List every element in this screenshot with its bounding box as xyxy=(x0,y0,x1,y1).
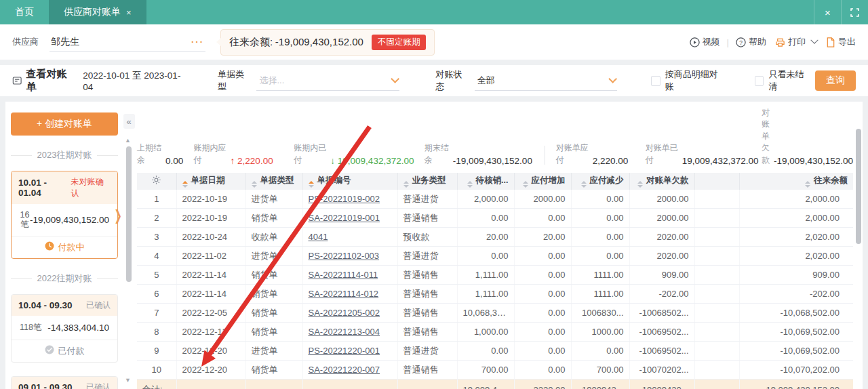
close-icon[interactable]: × xyxy=(814,0,841,24)
col-header-doc-type[interactable]: 单据类型 xyxy=(245,173,302,190)
cell-num: 3 xyxy=(137,228,176,247)
sort-icon[interactable] xyxy=(467,181,473,188)
cell-date: 2022-10-19 xyxy=(176,190,245,209)
table-row[interactable]: 42022-11-02进货单PS-20221102-003普通进货0.000.0… xyxy=(137,247,853,266)
table-row[interactable]: 22022-10-19销货单SA-20221019-001普通销售0.000.0… xyxy=(137,209,853,228)
cell-filler xyxy=(694,380,739,389)
cell-owe: -202.00 xyxy=(629,285,694,304)
export-link[interactable]: 导出 xyxy=(826,36,856,48)
supplier-name: 邹先生 xyxy=(51,36,79,48)
cell-date: 2022-12-20 xyxy=(176,361,245,380)
col-header-statement-owed[interactable]: 对账单欠款 xyxy=(629,173,694,190)
sort-icon[interactable] xyxy=(637,181,643,188)
print-link[interactable]: 打印 xyxy=(775,36,806,48)
sidebar-section-title: 2023往期对账 xyxy=(11,149,118,161)
fullscreen-icon[interactable] xyxy=(841,0,868,24)
table-row[interactable]: 32022-10-24收款单4041预收款20.0020.000.002020.… xyxy=(137,228,853,247)
cell-filler xyxy=(694,228,739,247)
checkbox-icon xyxy=(651,76,660,86)
col-header-doc-date[interactable]: 单据日期 xyxy=(176,173,245,190)
total-pending: 19,009,43... xyxy=(457,380,514,389)
col-header-pending-writeoff[interactable]: 待核销... xyxy=(457,173,514,190)
table-row[interactable]: 102022-12-20销货单SA-20221220-007普通销售700.00… xyxy=(137,361,853,380)
sort-icon[interactable] xyxy=(523,181,528,188)
cell-incr: 0.00 xyxy=(514,361,571,380)
cell-balance: 909.00 xyxy=(739,266,853,285)
cell-balance: 2,020.00 xyxy=(739,228,853,247)
summary-metric-label: 账期内应付 xyxy=(194,142,226,166)
summary-metric: 上期结余0.00 xyxy=(137,142,194,166)
query-button[interactable]: 查询 xyxy=(815,70,856,91)
export-file-icon xyxy=(826,37,835,47)
cell-balance: -10,068,502.00 xyxy=(739,304,853,323)
table-row[interactable]: 52022-11-14销货单SA-20221114-011普通销售1,111.0… xyxy=(137,266,853,285)
scroll-down-icon[interactable]: ▼ xyxy=(125,377,131,384)
cell-balance: -10,069,502.00 xyxy=(739,342,853,361)
cell-incr: 0.00 xyxy=(514,285,571,304)
cell-balance: -10,069,502.00 xyxy=(739,323,853,342)
doc-type-select[interactable]: 选择... xyxy=(256,71,399,91)
supplier-input[interactable]: 邹先生 ··· xyxy=(50,33,205,52)
cell-biz_type: 普通销售 xyxy=(397,361,457,380)
table-row[interactable]: 82022-12-13销货单SA-20221213-004普通销售1,000.0… xyxy=(137,323,853,342)
svg-text:?: ? xyxy=(739,39,743,45)
table-row[interactable]: 92022-12-20进货单PS-20221220-001普通进货0.000.0… xyxy=(137,342,853,361)
cell-pending: 10,068,30... xyxy=(457,304,514,323)
cell-biz_type: 普通销售 xyxy=(397,304,457,323)
supplier-more-icon[interactable]: ··· xyxy=(191,37,204,47)
date-range[interactable]: 2022-10-01 至 2023-01-04 xyxy=(83,70,181,92)
sort-icon[interactable] xyxy=(309,181,314,188)
summary-metric-label: 对账单已付 xyxy=(646,142,678,166)
check-circle-icon xyxy=(45,345,54,356)
sort-icon[interactable] xyxy=(581,181,587,188)
help-link[interactable]: ? 帮助 xyxy=(736,36,766,48)
cell-decr: 1000.00 xyxy=(571,323,629,342)
summary-metric-value: ↑ 2,220.00 xyxy=(231,156,273,166)
statement-card-header: 10.01 - 01.04未对账确认 xyxy=(12,171,117,204)
statement-card[interactable]: 10.04 - 09.30已确认118笔-14,383,404.10已付款 xyxy=(11,294,118,363)
col-header-payable-decrease[interactable]: 应付减少 xyxy=(571,173,629,190)
table-row[interactable]: 12022-10-19进货单PS-20221019-002普通进货2,000.0… xyxy=(137,190,853,209)
sort-icon[interactable] xyxy=(403,181,409,188)
column-settings-gear-icon[interactable] xyxy=(137,173,176,190)
summary-metric: 账期内已付↓ 19,009,432,372.00 xyxy=(294,142,424,166)
cell-doc_no: SA-20221205-002 xyxy=(302,304,397,323)
cell-decr: 0.00 xyxy=(571,247,629,266)
sort-icon[interactable] xyxy=(805,181,810,188)
video-link[interactable]: 视频 xyxy=(690,36,720,48)
statement-main: 上期结余0.00账期内应付↑ 2,220.00账期内已付↓ 19,009,432… xyxy=(136,102,863,389)
tab-home[interactable]: 首页 xyxy=(0,0,49,24)
col-header-doc-no[interactable]: 单据编号 xyxy=(302,173,397,190)
col-header-biz-type[interactable]: 业务类型 xyxy=(397,173,457,190)
statement-sidebar: + 创建对账单 2023往期对账10.01 - 01.04未对账确认16笔-19… xyxy=(5,102,122,389)
table-scrollbar-thumb[interactable] xyxy=(856,129,861,244)
status-select[interactable]: 全部 xyxy=(475,71,617,91)
table-row[interactable]: 62022-11-14销货单SA-20221114-012普通销售1,111.0… xyxy=(137,285,853,304)
cell-date: 2022-11-14 xyxy=(176,266,245,285)
cell-filler xyxy=(694,209,739,228)
tab-active-label: 供应商对账单 xyxy=(64,6,121,18)
statement-card[interactable]: 09.01 - 09.30已确认1笔-1,050.00 xyxy=(11,376,118,389)
print-dropdown-chevron-icon[interactable] xyxy=(810,37,818,44)
table-row[interactable]: 72022-12-05销货单SA-20221205-002普通销售10,068,… xyxy=(137,304,853,323)
col-header-payable-increase[interactable]: 应付增加 xyxy=(514,173,571,190)
sort-icon[interactable] xyxy=(182,181,188,188)
scroll-up-icon[interactable]: ▲ xyxy=(125,137,131,144)
statement-card[interactable]: 10.01 - 01.04未对账确认16笔-19,009,430,152.00付… xyxy=(11,171,118,259)
cell-doc_type: 销货单 xyxy=(245,323,302,342)
sidebar-collapse-icon[interactable]: « xyxy=(123,114,135,129)
tab-supplier-statement[interactable]: 供应商对账单 × xyxy=(49,0,146,24)
sidebar-scrollbar-thumb[interactable] xyxy=(126,146,132,282)
checkbox-icon xyxy=(755,76,764,86)
create-statement-button[interactable]: + 创建对账单 xyxy=(11,112,118,136)
checkbox-unsettled-only[interactable]: 只看未结清 xyxy=(755,68,808,93)
cell-filler xyxy=(694,342,739,361)
col-header-balance[interactable]: 往来余额 xyxy=(739,173,853,190)
question-circle-icon: ? xyxy=(736,37,746,47)
cell-date: 2022-11-02 xyxy=(176,247,245,266)
cell-decr: 1111.00 xyxy=(571,285,629,304)
tab-close-icon[interactable]: × xyxy=(126,7,132,18)
sort-icon[interactable] xyxy=(252,181,257,188)
checkbox-by-product-detail[interactable]: 按商品明细对账 xyxy=(651,68,721,93)
cell-incr: 0.00 xyxy=(514,266,571,285)
